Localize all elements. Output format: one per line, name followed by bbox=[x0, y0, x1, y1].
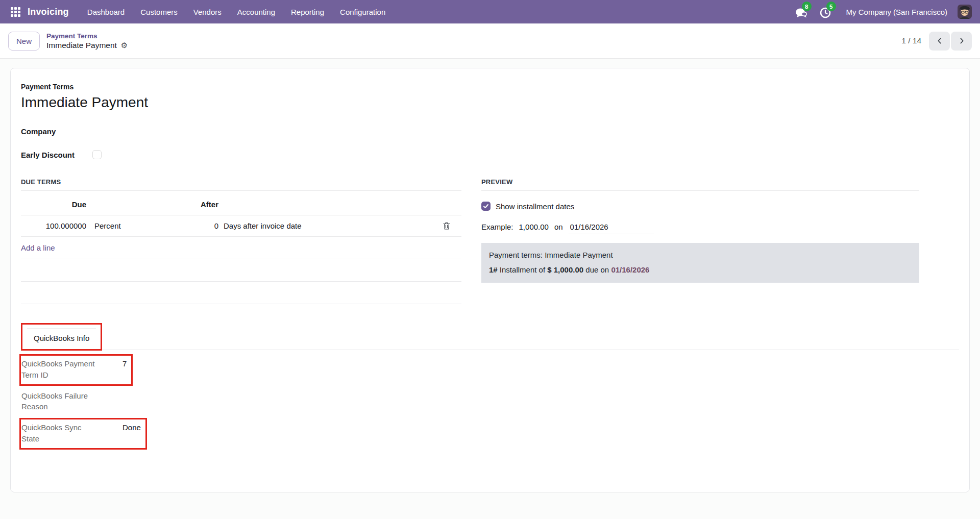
navbar-right: 8 5 My Company (San Francisco) bbox=[795, 5, 972, 19]
column-header-due: Due bbox=[21, 200, 86, 209]
control-panel: New Payment Terms Immediate Payment ⚙ 1 … bbox=[0, 23, 980, 59]
pager-next-button[interactable] bbox=[951, 32, 972, 51]
installment-date: 01/16/2026 bbox=[611, 265, 649, 274]
menu-reporting[interactable]: Reporting bbox=[291, 8, 324, 16]
example-date-input[interactable] bbox=[569, 221, 654, 234]
column-header-after: After bbox=[145, 200, 218, 209]
breadcrumb-parent-link[interactable]: Payment Terms bbox=[46, 32, 128, 40]
app-name[interactable]: Invoicing bbox=[28, 7, 69, 17]
example-label: Example: bbox=[481, 223, 513, 231]
tab-quickbooks-info[interactable]: QuickBooks Info bbox=[27, 328, 96, 349]
breadcrumb: Payment Terms Immediate Payment ⚙ bbox=[46, 32, 128, 50]
user-avatar[interactable] bbox=[958, 5, 972, 19]
menu-configuration[interactable]: Configuration bbox=[340, 8, 385, 16]
qb-sync-state-label: QuickBooks Sync State bbox=[21, 422, 99, 444]
empty-table-row bbox=[21, 259, 461, 282]
preview-terms-line: Payment terms: Immediate Payment bbox=[489, 251, 912, 259]
annotation-box-payment-term-id: QuickBooks Payment Term ID 7 bbox=[19, 354, 133, 386]
example-on-label: on bbox=[554, 223, 563, 231]
pager: 1 / 14 bbox=[901, 32, 972, 51]
activities-button[interactable]: 5 bbox=[820, 5, 834, 18]
quickbooks-info-panel: QuickBooks Payment Term ID 7 QuickBooks … bbox=[21, 354, 959, 450]
pager-previous-button[interactable] bbox=[929, 32, 950, 51]
preview-section: PREVIEW Show installment dates Example: … bbox=[481, 178, 919, 304]
preview-heading: PREVIEW bbox=[481, 178, 919, 191]
after-type-cell[interactable]: Days after invoice date bbox=[218, 221, 431, 230]
delete-row-button[interactable] bbox=[443, 222, 450, 230]
after-days-cell[interactable]: 0 bbox=[145, 221, 218, 230]
due-value-type-cell[interactable]: Percent bbox=[86, 221, 145, 230]
trash-icon bbox=[443, 222, 450, 230]
menu-customers[interactable]: Customers bbox=[140, 8, 178, 16]
notebook-tabs: QuickBooks Info bbox=[21, 323, 959, 350]
menu-dashboard[interactable]: Dashboard bbox=[87, 8, 125, 16]
example-amount[interactable]: 1,000.00 bbox=[519, 223, 549, 231]
chevron-left-icon bbox=[936, 37, 944, 45]
due-terms-heading: DUE TERMS bbox=[21, 178, 461, 191]
annotation-box-tab: QuickBooks Info bbox=[21, 323, 102, 351]
chevron-right-icon bbox=[958, 37, 966, 45]
add-line-row: Add a line bbox=[21, 237, 461, 259]
activities-count-badge: 5 bbox=[826, 2, 836, 11]
apps-grid-icon[interactable] bbox=[8, 5, 22, 19]
company-switcher[interactable]: My Company (San Francisco) bbox=[846, 8, 947, 16]
new-button[interactable]: New bbox=[8, 32, 40, 51]
early-discount-label: Early Discount bbox=[21, 151, 92, 159]
due-value-cell[interactable]: 100.000000 bbox=[21, 221, 86, 230]
qb-sync-state-value: Done bbox=[122, 422, 141, 444]
installment-amount: $ 1,000.00 bbox=[547, 265, 583, 274]
top-navbar: Invoicing Dashboard Customers Vendors Ac… bbox=[0, 0, 980, 23]
record-type-label: Payment Terms bbox=[21, 83, 959, 91]
messages-count-badge: 8 bbox=[802, 2, 812, 11]
menu-vendors[interactable]: Vendors bbox=[193, 8, 222, 16]
table-row[interactable]: 100.000000 Percent 0 Days after invoice … bbox=[21, 215, 461, 237]
early-discount-checkbox[interactable] bbox=[92, 150, 102, 159]
due-terms-section: DUE TERMS Due After 100.000000 Percent 0… bbox=[21, 178, 461, 304]
due-terms-table-header: Due After bbox=[21, 191, 461, 215]
menu-accounting[interactable]: Accounting bbox=[237, 8, 275, 16]
add-a-line-link[interactable]: Add a line bbox=[21, 243, 55, 252]
show-installment-dates-label: Show installment dates bbox=[496, 202, 574, 211]
gear-icon[interactable]: ⚙ bbox=[121, 41, 128, 49]
installment-number: 1# bbox=[489, 265, 498, 274]
breadcrumb-current: Immediate Payment bbox=[46, 41, 117, 50]
qb-failure-reason-row: QuickBooks Failure Reason bbox=[19, 386, 129, 418]
preview-installment-line: 1# Installment of $ 1,000.00 due on 01/1… bbox=[489, 265, 912, 274]
record-name-input[interactable]: Immediate Payment bbox=[21, 94, 959, 111]
pager-count: 1 / 14 bbox=[901, 36, 921, 45]
messages-button[interactable]: 8 bbox=[795, 5, 810, 18]
annotation-box-sync-state: QuickBooks Sync State Done bbox=[19, 418, 147, 450]
checkmark-icon bbox=[483, 203, 489, 209]
qb-payment-term-id-label: QuickBooks Payment Term ID bbox=[21, 358, 99, 381]
empty-table-row bbox=[21, 282, 461, 304]
show-installment-dates-checkbox[interactable] bbox=[481, 202, 491, 211]
form-sheet: Payment Terms Immediate Payment Company … bbox=[10, 68, 970, 492]
company-field-label: Company bbox=[21, 127, 92, 136]
payment-terms-preview-box: Payment terms: Immediate Payment 1# Inst… bbox=[481, 243, 919, 283]
main-menu: Dashboard Customers Vendors Accounting R… bbox=[87, 8, 385, 16]
qb-failure-reason-label: QuickBooks Failure Reason bbox=[21, 390, 99, 413]
qb-payment-term-id-value: 7 bbox=[122, 358, 127, 381]
